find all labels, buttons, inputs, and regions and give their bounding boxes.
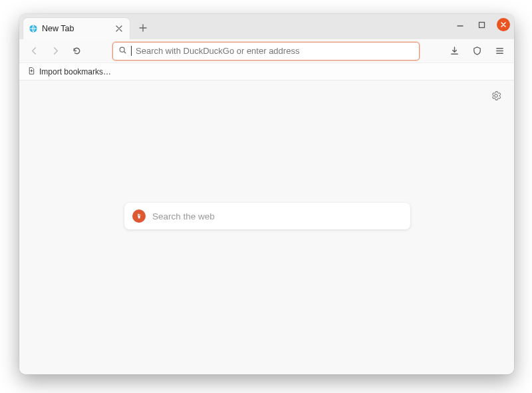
url-bar[interactable] (112, 42, 420, 61)
newtab-search-box[interactable] (124, 203, 410, 229)
nav-back-button[interactable] (25, 42, 43, 61)
window-maximize-button[interactable] (475, 19, 487, 31)
downloads-button[interactable] (445, 42, 464, 61)
page-content (19, 80, 514, 374)
svg-rect-1 (479, 22, 484, 27)
bookmarks-bar: Import bookmarks… (19, 63, 514, 80)
url-input[interactable] (136, 46, 414, 56)
reload-button[interactable] (67, 42, 86, 61)
browser-window: New Tab (19, 14, 514, 374)
toolbar-right (445, 42, 509, 61)
shield-button[interactable] (467, 42, 486, 61)
import-bookmarks-label: Import bookmarks… (39, 67, 111, 76)
window-minimize-button[interactable] (454, 19, 466, 31)
arrow-right-icon (51, 46, 61, 56)
globe-icon (29, 24, 38, 33)
tab-strip: New Tab (19, 14, 514, 39)
tab-active[interactable]: New Tab (23, 18, 130, 39)
arrow-left-icon (29, 46, 39, 56)
svg-point-4 (139, 215, 140, 215)
tab-title: New Tab (42, 24, 110, 33)
minimize-icon (456, 21, 464, 29)
download-icon (450, 46, 460, 56)
import-icon (27, 66, 36, 77)
import-bookmarks-button[interactable]: Import bookmarks… (25, 65, 114, 78)
reload-icon (72, 46, 82, 56)
text-caret (131, 46, 132, 56)
hamburger-icon (495, 46, 505, 56)
toolbar (19, 39, 514, 63)
app-menu-button[interactable] (490, 42, 509, 61)
duckduckgo-icon (132, 209, 146, 223)
search-icon (118, 45, 127, 57)
nav-forward-button[interactable] (46, 42, 65, 61)
gear-icon (491, 90, 501, 101)
window-close-button[interactable] (497, 18, 510, 31)
shield-icon (472, 46, 482, 56)
maximize-icon (478, 21, 485, 29)
close-tab-icon[interactable] (114, 23, 124, 34)
newtab-settings-button[interactable] (487, 87, 505, 104)
new-tab-button[interactable] (134, 19, 152, 38)
newtab-search-input[interactable] (152, 211, 402, 221)
close-icon (500, 21, 507, 28)
window-controls (454, 18, 510, 31)
plus-icon (139, 23, 147, 35)
